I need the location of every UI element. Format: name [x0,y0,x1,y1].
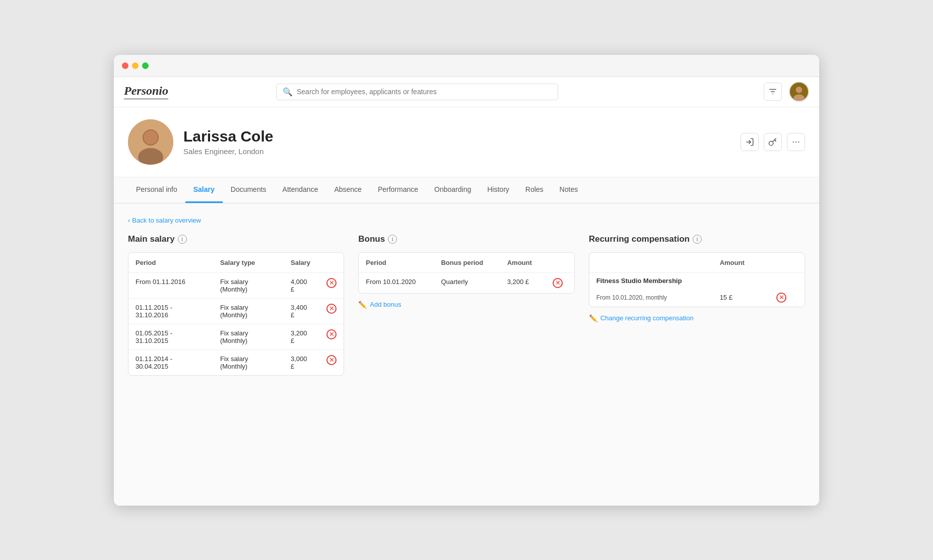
close-dot[interactable] [122,62,128,69]
profile-info: Larissa Cole Sales Engineer, London [183,128,730,156]
delete-button[interactable]: ✕ [326,355,337,365]
period-cell: 01.11.2014 - 30.04.2015 [128,349,213,375]
delete-button[interactable]: ✕ [326,278,337,288]
main-salary-section: Main salary i Period Salary type Salary [128,234,344,376]
svg-point-6 [144,130,158,145]
back-link-label: Back to salary overview [132,217,201,224]
type-cell: Fix salary (Monthly) [213,324,284,349]
delete-button[interactable]: ✕ [553,278,563,288]
recurring-col-name [589,253,713,273]
bonus-col-action [546,253,574,273]
tab-notes[interactable]: Notes [552,177,586,203]
svg-point-9 [793,141,794,142]
delete-cell: ✕ [319,324,344,349]
delete-cell: ✕ [319,298,344,324]
key-icon [768,137,777,147]
recurring-name-cell: Fitness Studio Membership [589,272,805,289]
change-recurring-label: Change recurring compensation [601,314,694,322]
titlebar [114,55,819,77]
recurring-section: Recurring compensation i Amount [589,234,805,376]
main-salary-table: Period Salary type Salary From 01.11.201… [128,252,344,376]
table-row: 01.11.2015 - 31.10.2016 Fix salary (Mont… [128,298,344,324]
type-cell: Fix salary (Monthly) [213,349,284,375]
profile-name: Larissa Cole [183,128,730,145]
app-window: Personio 🔍 [114,55,819,506]
search-icon: 🔍 [283,87,293,97]
tab-history[interactable]: History [479,177,517,203]
salary-cell: 3,400 £ [284,298,319,324]
tab-salary[interactable]: Salary [185,177,223,203]
tab-documents[interactable]: Documents [223,177,275,203]
delete-cell: ✕ [546,272,574,293]
delete-cell: ✕ [319,349,344,375]
main-salary-title: Main salary i [128,234,344,244]
user-avatar[interactable] [789,82,809,102]
profile-photo-image [128,119,173,165]
user-avatar-image [790,83,808,101]
svg-point-1 [796,87,803,93]
back-chevron-icon: ‹ [128,217,130,224]
tab-personal-info[interactable]: Personal info [128,177,185,203]
table-row: From 10.01.2020, monthly 15 £ ✕ [589,289,805,307]
profile-actions [741,133,805,151]
salary-cell: 3,200 £ [284,324,319,349]
table-row: From 10.01.2020 Quarterly 3,200 £ ✕ [359,272,574,293]
recurring-period-cell: From 10.01.2020, monthly [589,289,713,307]
delete-cell: ✕ [319,272,344,298]
svg-point-10 [795,141,796,142]
login-button[interactable] [741,133,759,151]
change-recurring-link[interactable]: ✏️ Change recurring compensation [589,314,694,322]
filter-icon-button[interactable] [764,83,782,101]
recurring-title: Recurring compensation i [589,234,805,244]
table-row: From 01.11.2016 Fix salary (Monthly) 4,0… [128,272,344,298]
bonus-table: Period Bonus period Amount From 10.01.20… [358,252,574,294]
svg-point-8 [769,141,773,145]
main-salary-col-period: Period [128,253,213,273]
minimize-dot[interactable] [132,62,139,69]
bonus-col-bonus-period: Bonus period [434,253,500,273]
type-cell: Fix salary (Monthly) [213,272,284,298]
table-row: Fitness Studio Membership [589,272,805,289]
back-to-salary-link[interactable]: ‹ Back to salary overview [128,217,201,224]
main-content: ‹ Back to salary overview Main salary i … [114,203,819,506]
recurring-info-icon[interactable]: i [693,235,702,244]
period-cell: 01.11.2015 - 31.10.2016 [128,298,213,324]
delete-button[interactable]: ✕ [776,293,786,303]
main-salary-col-action [319,253,344,273]
type-cell: Fix salary (Monthly) [213,298,284,324]
bonus-title: Bonus i [358,234,574,244]
tab-performance[interactable]: Performance [370,177,426,203]
bonus-col-amount: Amount [500,253,546,273]
pencil-icon-recurring: ✏️ [589,314,597,322]
bonus-info-icon[interactable]: i [388,235,397,244]
more-button[interactable] [787,133,805,151]
search-input[interactable] [297,88,552,96]
tab-onboarding[interactable]: Onboarding [426,177,479,203]
recurring-amount-cell: 15 £ [713,289,769,307]
recurring-col-amount: Amount [713,253,769,273]
key-button[interactable] [764,133,782,151]
tab-roles[interactable]: Roles [517,177,552,203]
nav-right [764,82,809,102]
profile-role: Sales Engineer, London [183,147,730,156]
main-salary-col-type: Salary type [213,253,284,273]
period-cell: 01.05.2015 - 31.10.2015 [128,324,213,349]
tab-absence[interactable]: Absence [326,177,369,203]
main-salary-info-icon[interactable]: i [178,235,187,244]
search-bar[interactable]: 🔍 [276,84,558,100]
main-salary-col-salary: Salary [284,253,319,273]
salary-cell: 4,000 £ [284,272,319,298]
profile-photo [128,119,173,165]
login-icon [745,137,754,147]
delete-button[interactable]: ✕ [326,304,337,314]
delete-button[interactable]: ✕ [326,329,337,339]
recurring-col-action [769,253,805,273]
add-bonus-link[interactable]: ✏️ Add bonus [358,301,401,309]
period-cell: From 01.11.2016 [128,272,213,298]
period-cell: From 10.01.2020 [359,272,434,293]
amount-cell: 3,200 £ [500,272,546,293]
tab-attendance[interactable]: Attendance [275,177,326,203]
topnav: Personio 🔍 [114,77,819,107]
table-row: 01.11.2014 - 30.04.2015 Fix salary (Mont… [128,349,344,375]
maximize-dot[interactable] [142,62,149,69]
